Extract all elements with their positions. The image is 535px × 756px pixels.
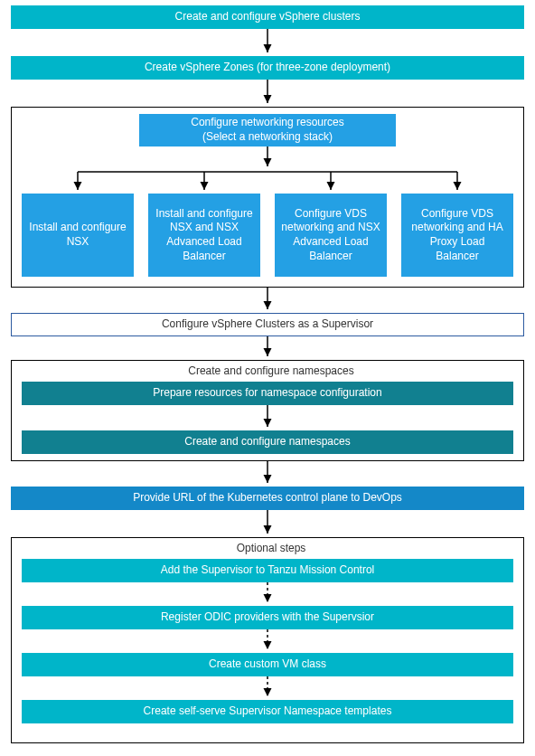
step-provide-url: Provide URL of the Kubernetes control pl…: [11, 487, 524, 510]
step-create-zones: Create vSphere Zones (for three-zone dep…: [11, 56, 524, 80]
networking-title-line2: (Select a networking stack): [202, 130, 333, 145]
ns-prepare-resources: Prepare resources for namespace configur…: [22, 382, 513, 405]
ns-create-configure: Create and configure namespaces: [22, 430, 513, 454]
net-option-nsx-alb: Install and configure NSX and NSX Advanc…: [148, 194, 260, 277]
opt-namespace-templates: Create self-serve Supervisor Namespace t…: [22, 700, 513, 723]
net-option-nsx: Install and configure NSX: [22, 194, 134, 277]
namespaces-title: Create and configure namespaces: [12, 361, 530, 381]
optional-title: Optional steps: [12, 538, 530, 558]
opt-tanzu-mission-control: Add the Supervisor to Tanzu Mission Cont…: [22, 559, 513, 582]
step-create-clusters: Create and configure vSphere clusters: [11, 5, 524, 29]
opt-oidc-providers: Register ODIC providers with the Supervs…: [22, 606, 513, 629]
net-option-vds-haproxy: Configure VDS networking and HA Proxy Lo…: [401, 194, 513, 277]
networking-title: Configure networking resources (Select a…: [139, 114, 396, 146]
opt-vm-class: Create custom VM class: [22, 653, 513, 676]
networking-title-line1: Configure networking resources: [191, 116, 343, 130]
step-configure-supervisor: Configure vSphere Clusters as a Supervis…: [11, 313, 524, 336]
net-option-vds-alb: Configure VDS networking and NSX Advance…: [275, 194, 387, 277]
